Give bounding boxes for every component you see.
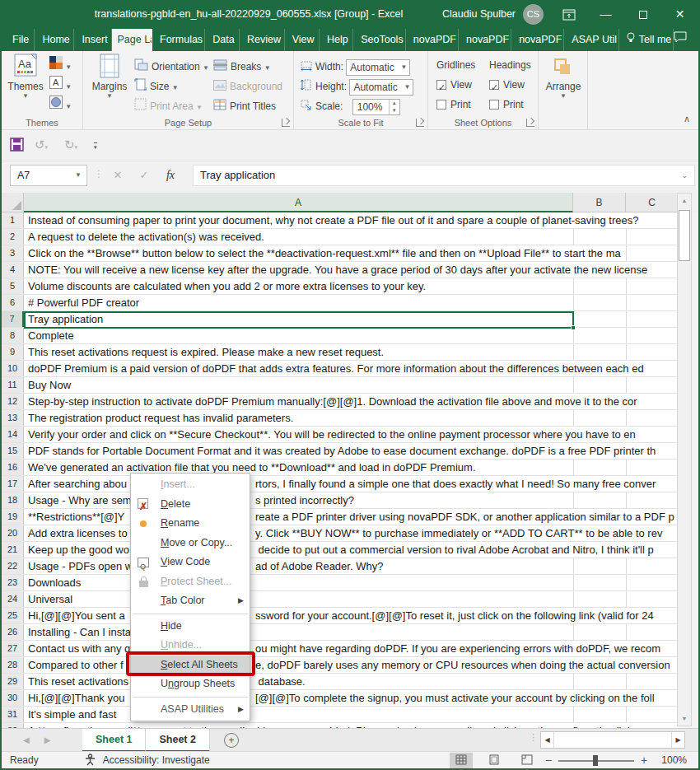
insert-function-icon[interactable]: fx (158, 165, 183, 186)
customize-qat-icon[interactable]: ▾ (94, 138, 97, 152)
sheet-options-dialog-launcher-icon[interactable] (526, 119, 534, 127)
close-button[interactable]: ✕ (661, 0, 698, 29)
confirm-entry-icon[interactable]: ✓ (132, 165, 156, 186)
menu-item-hide[interactable]: Hide (131, 617, 250, 637)
row-header-32[interactable]: 32 (2, 723, 24, 728)
formula-input[interactable]: Tray application⌄ (193, 165, 695, 186)
headings-print-checkbox[interactable]: Print (489, 96, 524, 114)
column-header-b[interactable]: B (573, 193, 626, 212)
width-dropdown[interactable]: Automatic▼ (346, 59, 410, 76)
select-all-corner[interactable] (2, 193, 24, 212)
row-header-2[interactable]: 2 (2, 229, 24, 245)
sheet-tab-sheet-2[interactable]: Sheet 2 (146, 729, 209, 752)
zoom-slider-thumb[interactable] (593, 755, 598, 766)
fill-handle[interactable] (571, 325, 576, 330)
print-area-button[interactable]: Print Area ▼ (134, 97, 203, 115)
grid-row-15[interactable]: 15PDF stands for Portable Document Forma… (2, 443, 679, 460)
page-layout-view-button[interactable] (483, 753, 506, 768)
arrange-button[interactable]: Arrange ▼ (544, 54, 583, 100)
cancel-entry-icon[interactable]: ✕ (105, 165, 130, 186)
grid-row-1[interactable]: 1Instead of consuming paper to print you… (2, 212, 679, 229)
grid-row-31[interactable]: 31It's simple and fast (2, 707, 679, 723)
row-header-16[interactable]: 16 (2, 460, 24, 475)
menu-item-view-code[interactable]: View Code (131, 553, 250, 572)
grid-row-24[interactable]: 24Universal (2, 591, 679, 608)
grid-row-4[interactable]: 4NOTE: You will receive a new license ke… (2, 262, 679, 278)
row-header-12[interactable]: 12 (2, 394, 24, 409)
column-header-a[interactable]: A (24, 193, 573, 212)
scroll-right-icon[interactable]: ▶ (671, 732, 684, 748)
grid-row-19[interactable]: 19**Restrictions**[@]Yreate a PDF printe… (2, 509, 679, 525)
row-header-22[interactable]: 22 (2, 558, 24, 574)
row-header-3[interactable]: 3 (2, 245, 24, 261)
menu-item-move-or-copy[interactable]: Move or Copy... (131, 534, 250, 553)
headings-view-checkbox[interactable]: View (489, 76, 525, 94)
margins-button[interactable]: Margins ▼ (90, 54, 129, 100)
collapse-ribbon-icon[interactable]: ∧ (684, 114, 690, 124)
ribbon-tab-help[interactable]: Help (320, 29, 353, 51)
gridlines-view-checkbox[interactable]: View (436, 76, 472, 94)
row-header-8[interactable]: 8 (2, 328, 24, 343)
themes-button[interactable]: Aa Themes ▼ (7, 54, 44, 100)
row-header-19[interactable]: 19 (2, 509, 24, 525)
height-dropdown[interactable]: Automatic▼ (349, 79, 413, 96)
background-button[interactable]: Background (213, 77, 282, 96)
menu-item-ungroup-sheets[interactable]: Ungroup Sheets (131, 674, 250, 694)
grid-row-10[interactable]: 10doPDF Premium is a paid version of doP… (2, 361, 679, 377)
ribbon-tab-asap-util[interactable]: ASAP Util (564, 29, 618, 51)
horizontal-scrollbar[interactable]: ◀ ▶ (540, 731, 685, 749)
theme-effects-button[interactable]: ▼ (49, 96, 72, 111)
orientation-button[interactable]: Orientation ▼ (134, 58, 209, 76)
zoom-level[interactable]: 100% (661, 752, 687, 769)
breaks-button[interactable]: Breaks ▼ (213, 58, 271, 76)
accessibility-status[interactable]: Accessibility: Investigate (84, 752, 210, 769)
row-header-24[interactable]: 24 (2, 591, 24, 607)
sheet-tab-sheet-1[interactable]: Sheet 1 (82, 729, 146, 752)
ribbon-tab-view[interactable]: View (285, 29, 320, 51)
row-header-5[interactable]: 5 (2, 278, 24, 294)
grid-row-20[interactable]: 20Add extra licenses toy. Click **BUY NO… (2, 525, 679, 542)
row-header-17[interactable]: 17 (2, 476, 24, 492)
row-header-31[interactable]: 31 (2, 707, 24, 722)
undo-icon[interactable]: ↺▾ (35, 138, 48, 152)
grid-row-16[interactable]: 16We've generated an activation file tha… (2, 460, 679, 476)
sheet-nav-arrows[interactable]: ◀▶ (23, 729, 65, 752)
row-header-9[interactable]: 9 (2, 344, 24, 360)
zoom-out-icon[interactable]: − (545, 752, 552, 768)
scroll-up-icon[interactable]: ▲ (678, 194, 691, 208)
expand-formula-bar-icon[interactable]: ⌄ (681, 166, 688, 185)
row-header-20[interactable]: 20 (2, 525, 24, 541)
row-header-23[interactable]: 23 (2, 575, 24, 590)
ribbon-tab-file[interactable]: File (5, 29, 35, 51)
grid-row-9[interactable]: 9This reset activations request is expir… (2, 344, 679, 361)
menu-item-asap-utilities[interactable]: ASAP Utilities▶ (131, 700, 250, 720)
scroll-down-icon[interactable]: ▼ (678, 712, 691, 726)
row-header-6[interactable]: 6 (2, 295, 24, 310)
ribbon-tab-tell-me[interactable]: Tell me (619, 29, 674, 51)
grid-row-3[interactable]: 3Click on the **Browse** button below to… (2, 245, 679, 262)
spreadsheet-grid[interactable]: 1Instead of consuming paper to print you… (2, 212, 679, 728)
page-break-preview-button[interactable] (516, 753, 539, 768)
grid-row-17[interactable]: 17After searching abourtors, I finally f… (2, 476, 679, 492)
menu-item-delete[interactable]: Delete (131, 495, 250, 515)
comments-icon[interactable] (674, 29, 687, 51)
grid-row-6[interactable]: 6# Powerful PDF creator (2, 295, 679, 311)
ribbon-tab-seotools[interactable]: SeoTools (353, 29, 406, 51)
ribbon-tab-novapdf[interactable]: novaPDF (406, 29, 459, 51)
menu-item-rename[interactable]: Rename (131, 514, 250, 534)
scroll-left-icon[interactable]: ◀ (541, 732, 554, 748)
ribbon-tab-home[interactable]: Home (35, 29, 74, 51)
gridlines-print-checkbox[interactable]: Print (436, 96, 471, 114)
grid-row-25[interactable]: 25Hi,[@][@]You sent a ssword for your ac… (2, 608, 679, 624)
grid-row-11[interactable]: 11Buy Now (2, 377, 679, 394)
ribbon-tab-page-layout[interactable]: Page Layout (112, 29, 152, 51)
name-box[interactable]: A7▼ (10, 165, 87, 186)
grid-row-30[interactable]: 30Hi,[@][@]Thank you [@][@]To complete t… (2, 690, 679, 707)
grid-row-32[interactable]: 32A **confirmation email** was sent to t… (2, 723, 679, 728)
vertical-scrollbar-thumb[interactable] (679, 210, 690, 261)
grid-row-13[interactable]: 13The registration product request has i… (2, 410, 679, 427)
avatar[interactable]: CS (523, 4, 544, 25)
ribbon-tab-formulas[interactable]: Formulas (152, 29, 205, 51)
row-header-15[interactable]: 15 (2, 443, 24, 459)
row-header-21[interactable]: 21 (2, 542, 24, 558)
